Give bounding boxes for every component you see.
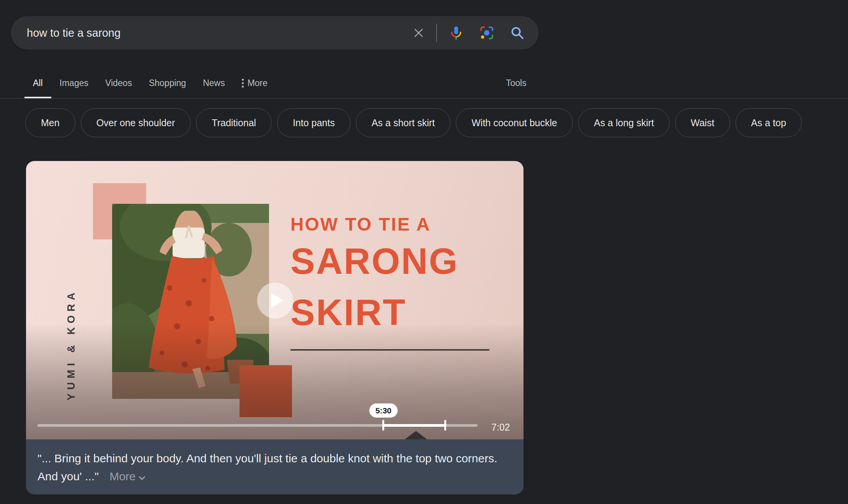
key-moment-segment [383,424,445,427]
thumbnail-title-line1: HOW TO TIE A [290,214,458,235]
search-input[interactable]: how to tie a sarong [27,27,413,39]
filter-chip-men[interactable]: Men [25,108,75,137]
tab-all[interactable]: All [24,78,51,98]
filter-chip-over-one-shoulder[interactable]: Over one shoulder [81,108,191,137]
tab-news[interactable]: News [194,78,233,97]
key-moment-end-marker [444,420,446,431]
video-caption-panel: "... Bring it behind your body. And then… [26,439,523,494]
caption-pointer-triangle [405,431,427,439]
play-button[interactable] [257,283,293,319]
video-progress-bar[interactable] [38,424,478,427]
caption-more-button[interactable]: More [109,470,144,483]
thumbnail-brand-vertical-text: YUMI & KORA [61,284,81,405]
tab-shopping[interactable]: Shopping [140,78,194,97]
video-duration: 7:02 [491,422,510,433]
search-bar-divider [436,24,437,42]
refinement-chips: Men Over one shoulder Traditional Into p… [25,108,802,137]
caption-more-label: More [109,470,135,483]
caption-text-wrap: "... Bring it behind your body. And then… [38,449,501,485]
filter-chip-as-a-long-skirt[interactable]: As a long skirt [578,108,670,137]
tab-more[interactable]: More [233,78,276,97]
filter-chip-into-pants[interactable]: Into pants [277,108,351,137]
search-bar: how to tie a sarong [11,16,539,50]
video-result-card: YUMI & KORA HOW TO TIE A SARONG SKIRT 5:… [26,161,523,494]
filter-chip-as-a-top[interactable]: As a top [735,108,802,137]
voice-search-microphone-icon[interactable] [448,25,464,41]
vertical-dots-icon [242,79,244,88]
chevron-down-icon [139,474,145,480]
play-icon [271,293,283,308]
filter-chip-waist[interactable]: Waist [675,108,730,137]
filter-chip-with-coconut-buckle[interactable]: With coconut buckle [456,108,573,137]
filter-chip-traditional[interactable]: Traditional [196,108,272,137]
result-type-tabs: All Images Videos Shopping News More [24,78,276,98]
google-lens-icon[interactable] [479,25,494,41]
thumbnail-title-line3: SKIRT [290,294,458,331]
filter-chip-as-a-short-skirt[interactable]: As a short skirt [356,108,450,137]
tools-button[interactable]: Tools [506,78,527,88]
key-moment-start-marker [382,420,384,431]
tab-news-label: News [203,78,225,88]
tab-videos-label: Videos [105,78,132,88]
thumbnail-title-block: HOW TO TIE A SARONG SKIRT [290,214,458,331]
tab-images[interactable]: Images [51,78,97,97]
tab-more-label: More [248,78,267,88]
search-submit-magnifier-icon[interactable] [510,25,525,41]
tab-shopping-label: Shopping [149,78,186,88]
tab-videos[interactable]: Videos [97,78,140,97]
thumbnail-title-line2: SARONG [290,243,458,280]
caption-transcript-text: "... Bring it behind your body. And then… [38,452,497,483]
tab-all-label: All [33,78,43,88]
tab-images-label: Images [60,78,88,88]
search-bar-actions [413,24,539,42]
tabbar-divider [0,98,848,99]
thumbnail-title-underline [290,349,489,351]
thumbnail-orange-square-decoration [240,365,292,417]
clear-search-icon[interactable] [413,27,425,39]
video-thumbnail[interactable]: YUMI & KORA HOW TO TIE A SARONG SKIRT 5:… [26,161,523,439]
timestamp-bubble: 5:30 [369,403,398,418]
